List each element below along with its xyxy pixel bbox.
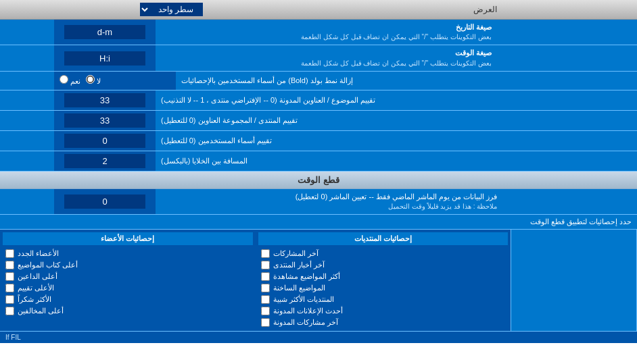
date-format-right	[0, 20, 54, 45]
user-sort-row: تقييم أسماء المستخدمين (0 للتعطيل)	[0, 131, 637, 151]
bold-remove-label: إزالة نمط بولد (Bold) من أسماء المستخدمي…	[176, 72, 637, 90]
time-format-right	[0, 45, 54, 70]
member-stats-header: إحصائيات الأعضاء	[3, 232, 253, 245]
stat-checkbox-6[interactable]	[261, 307, 270, 315]
display-dropdown[interactable]: سطر واحد	[140, 3, 203, 16]
stat-checkbox-2[interactable]	[261, 261, 270, 269]
user-sort-label: تقييم أسماء المستخدمين (0 للتعطيل)	[156, 131, 637, 151]
display-label: العرض	[473, 5, 497, 14]
bold-remove-options: لا نعم	[54, 72, 176, 90]
bottom-note: If FIL	[0, 332, 637, 343]
cell-gap-input-cell	[54, 151, 156, 171]
stat-item-3: أكثر المواضيع مشاهدة	[258, 271, 509, 282]
forum-sort-right	[0, 111, 54, 130]
cell-gap-row: المسافة بين الخلايا (بالبكسل)	[0, 151, 637, 172]
forum-sort-input[interactable]	[64, 113, 145, 128]
member-stat-checkbox-1[interactable]	[5, 249, 14, 258]
member-stat-item-4: الأعلى تقييم	[3, 282, 253, 294]
cell-gap-right	[0, 151, 54, 171]
time-format-row: صيغة الوقت بعض التكوينات يتطلب "/" التي …	[0, 45, 637, 71]
member-stat-checkbox-6[interactable]	[5, 307, 14, 315]
stat-item-5: المنتديات الأكثر شبية	[258, 294, 509, 305]
cell-gap-input[interactable]	[64, 154, 145, 168]
main-container: العرض سطر واحد صيغة التاريخ بعض التكوينا…	[0, 0, 637, 343]
date-format-input[interactable]	[64, 25, 145, 39]
time-cut-row: فرز البيانات من يوم الماشر الماضي فقط --…	[0, 189, 637, 215]
member-stat-checkbox-5[interactable]	[5, 295, 14, 304]
forum-sort-label: تقييم المنتدى / المجموعة العناوين (0 للت…	[156, 111, 637, 130]
stat-item-2: آخر أخبار المنتدى	[258, 259, 509, 271]
member-stat-item-2: أعلى كتاب المواضيع	[3, 259, 253, 271]
forum-sort-input-cell	[54, 111, 156, 130]
forum-sort-row: تقييم المنتدى / المجموعة العناوين (0 للت…	[0, 111, 637, 131]
member-stat-item-6: أعلى المخالفين	[3, 305, 253, 317]
time-cut-input[interactable]	[64, 194, 145, 209]
topic-sort-input-cell	[54, 90, 156, 110]
topic-sort-label: تقييم الموضوع / العناوين المدونة (0 -- ا…	[156, 90, 637, 110]
member-stat-item-5: الأكثر شكراً	[3, 294, 253, 305]
topic-sort-input[interactable]	[64, 93, 145, 107]
stats-columns: إحصائيات المنتديات آخر المشاركات آخر أخب…	[0, 230, 637, 332]
header-row: العرض سطر واحد	[0, 0, 637, 20]
bold-remove-row: إزالة نمط بولد (Bold) من أسماء المستخدمي…	[0, 72, 637, 90]
stat-checkbox-5[interactable]	[261, 295, 270, 304]
stat-item-7: آخر مشاركات المدونة	[258, 317, 509, 328]
stat-checkbox-1[interactable]	[261, 249, 270, 258]
time-format-input[interactable]	[64, 51, 145, 66]
bold-yes-label: نعم	[60, 75, 80, 86]
bold-no-label: لا	[86, 75, 101, 86]
stats-right-spacer	[511, 230, 637, 331]
stat-checkbox-3[interactable]	[261, 272, 270, 281]
date-format-input-cell	[54, 20, 156, 45]
time-cut-label: فرز البيانات من يوم الماشر الماضي فقط --…	[156, 189, 637, 214]
member-stat-checkbox-3[interactable]	[5, 272, 14, 281]
bold-yes-radio[interactable]	[60, 75, 68, 84]
member-stat-checkbox-2[interactable]	[5, 261, 14, 269]
topic-sort-row: تقييم الموضوع / العناوين المدونة (0 -- ا…	[0, 90, 637, 111]
stat-item-4: المواضيع الساخنة	[258, 282, 509, 294]
member-stat-item-3: أعلى الداعين	[3, 271, 253, 282]
time-cut-right	[0, 189, 54, 214]
time-format-label: صيغة الوقت بعض التكوينات يتطلب "/" التي …	[156, 45, 637, 70]
user-sort-input-cell	[54, 131, 156, 151]
topic-sort-right	[0, 90, 54, 110]
stats-apply-label: حدد إحصائيات لتطبيق قطع الوقت	[0, 215, 637, 230]
bold-right	[0, 72, 54, 90]
forum-stats-header: إحصائيات المنتديات	[258, 232, 509, 245]
stat-item-6: أحدث الإعلانات المدونة	[258, 305, 509, 317]
time-format-input-cell	[54, 45, 156, 70]
stat-checkbox-4[interactable]	[261, 284, 270, 292]
stat-item-1: آخر المشاركات	[258, 248, 509, 259]
cell-gap-label: المسافة بين الخلايا (بالبكسل)	[156, 151, 637, 171]
time-cut-header: قطع الوقت	[0, 172, 637, 189]
user-sort-input[interactable]	[64, 134, 145, 148]
bold-no-radio[interactable]	[86, 75, 95, 84]
member-stats-col: إحصائيات الأعضاء الأعضاء الجدد أعلى كتاب…	[0, 230, 256, 331]
user-sort-right	[0, 131, 54, 151]
member-stat-checkbox-4[interactable]	[5, 284, 14, 292]
date-format-row: صيغة التاريخ بعض التكوينات يتطلب "/" الت…	[0, 20, 637, 45]
member-stat-item-1: الأعضاء الجدد	[3, 248, 253, 259]
forum-stats-col: إحصائيات المنتديات آخر المشاركات آخر أخب…	[256, 230, 512, 331]
time-cut-input-cell	[54, 189, 156, 214]
date-format-label: صيغة التاريخ بعض التكوينات يتطلب "/" الت…	[156, 20, 637, 45]
stat-checkbox-7[interactable]	[261, 318, 270, 327]
